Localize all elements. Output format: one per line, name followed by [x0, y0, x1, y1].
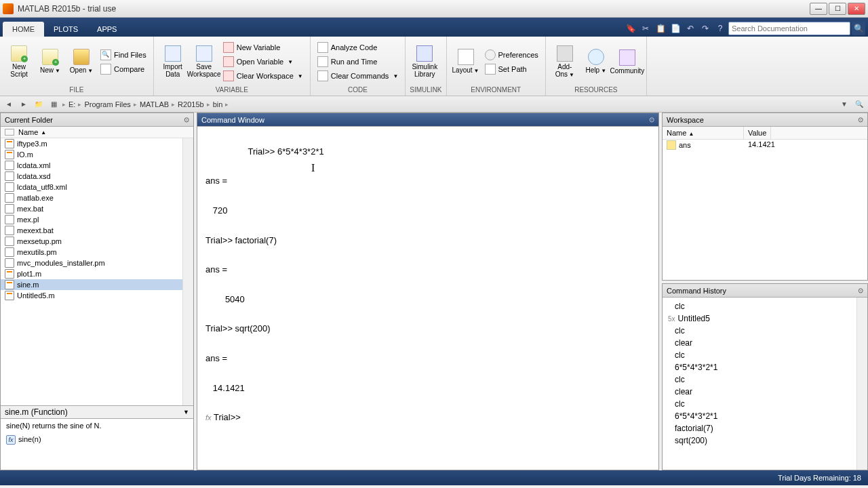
path-seg-3[interactable]: R2015b	[178, 100, 204, 108]
find-files-button[interactable]: Find Files	[98, 48, 149, 62]
analyze-code-button[interactable]: Analyze Code	[315, 41, 401, 54]
path-search-icon[interactable]: 🔍	[853, 98, 865, 110]
forward-button[interactable]: ►	[18, 98, 30, 110]
history-item[interactable]: clc	[668, 300, 851, 312]
run-time-icon	[317, 56, 328, 67]
history-item[interactable]: sqrt(200)	[668, 434, 851, 447]
addons-button[interactable]: Add-Ons▼	[550, 44, 580, 80]
clear-ws-icon	[223, 70, 234, 81]
folder-item[interactable]: mvc_modules_installer.pm	[1, 258, 182, 268]
save-workspace-button[interactable]: Save Workspace	[189, 44, 219, 79]
path-seg-4[interactable]: bin	[213, 100, 223, 108]
file-name: mexutils.pm	[17, 248, 57, 256]
trial-status: Trial Days Remaining: 18	[778, 474, 861, 482]
folder-item[interactable]: mex.bat	[1, 203, 182, 214]
up-folder-button[interactable]: 📁	[33, 98, 45, 110]
community-button[interactable]: Community	[612, 48, 642, 76]
history-item[interactable]: clear	[668, 337, 851, 349]
folder-item[interactable]: mexutils.pm	[1, 247, 182, 258]
tab-apps[interactable]: APPS	[87, 22, 126, 37]
history-item[interactable]: 6*5*4*3*2*1	[668, 361, 851, 373]
clear-commands-button[interactable]: Clear Commands▼	[315, 69, 401, 83]
history-item[interactable]: clc	[668, 398, 851, 410]
folder-item[interactable]: lcdata.xsd	[1, 171, 182, 182]
folder-item[interactable]: matlab.exe	[1, 192, 182, 203]
simulink-library-button[interactable]: Simulink Library	[410, 44, 439, 79]
open-var-icon	[223, 56, 234, 67]
folder-column-header[interactable]: Name ▲	[1, 127, 193, 138]
set-path-button[interactable]: Set Path	[482, 62, 541, 76]
file-name: Untitled5.m	[17, 291, 55, 300]
details-signature: fxsine(n)	[6, 435, 188, 445]
file-icon	[5, 193, 14, 203]
folder-item[interactable]: lcdata_utf8.xml	[1, 182, 182, 192]
help-ribbon-icon	[588, 49, 604, 65]
search-submit-icon[interactable]: 🔍	[852, 22, 865, 35]
close-button[interactable]: ✕	[848, 3, 865, 15]
folder-item[interactable]: iftype3.m	[1, 138, 182, 149]
back-button[interactable]: ◄	[3, 98, 15, 110]
help-button[interactable]: Help▼	[581, 47, 611, 76]
undo-icon[interactable]: ↶	[684, 22, 697, 35]
panel-menu-icon[interactable]: ⊙	[649, 116, 654, 123]
history-item[interactable]: clear	[668, 386, 851, 398]
cut-icon[interactable]: ✂	[639, 22, 652, 35]
folder-item[interactable]: mexsetup.pm	[1, 236, 182, 247]
open-button[interactable]: Open▼	[66, 47, 96, 76]
path-seg-1[interactable]: Program Files	[84, 100, 130, 108]
folder-item[interactable]: Untitled5.m	[1, 290, 182, 301]
workspace-row[interactable]: ans14.1421	[663, 140, 867, 150]
new-button[interactable]: New▼	[35, 47, 65, 76]
search-input[interactable]	[728, 22, 850, 35]
folder-item[interactable]: mex.pl	[1, 214, 182, 225]
current-folder-panel: Current Folder ⊙ Name ▲ iftype3.mIO.mlcd…	[0, 113, 194, 470]
tab-plots[interactable]: PLOTS	[44, 22, 87, 37]
history-item[interactable]: 5xUntitled5	[668, 312, 851, 325]
variable-value: 14.1421	[744, 140, 775, 150]
history-item[interactable]: factorial(7)	[668, 422, 851, 434]
help-icon[interactable]: ?	[713, 22, 727, 35]
shortcut-icon[interactable]: 🔖	[624, 22, 637, 35]
folder-item[interactable]: mexext.bat	[1, 225, 182, 236]
history-item[interactable]: clc	[668, 325, 851, 337]
history-item[interactable]: clc	[668, 373, 851, 386]
path-seg-2[interactable]: MATLAB	[140, 100, 169, 108]
new-script-button[interactable]: New Script	[4, 44, 34, 79]
browse-button[interactable]: ▦	[47, 98, 60, 110]
panel-menu-icon[interactable]: ⊙	[858, 116, 863, 123]
file-name: mex.bat	[17, 205, 43, 213]
run-and-time-button[interactable]: Run and Time	[315, 55, 401, 68]
file-name: lcdata.xsd	[17, 172, 51, 180]
folder-item[interactable]: plot1.m	[1, 268, 182, 279]
layout-button[interactable]: Layout▼	[451, 47, 481, 76]
panel-menu-icon[interactable]: ⊙	[184, 116, 189, 123]
compare-button[interactable]: Compare	[98, 62, 149, 76]
file-name: mvc_modules_installer.pm	[17, 259, 105, 267]
command-window-body[interactable]: ITrial>> 6*5*4*3*2*1 ans = 720 Trial>> f…	[197, 127, 658, 470]
redo-icon[interactable]: ↷	[698, 22, 712, 35]
clear-workspace-button[interactable]: Clear Workspace▼	[220, 69, 306, 83]
path-drive[interactable]: E:	[68, 100, 75, 108]
path-dropdown-button[interactable]: ▼	[838, 98, 850, 110]
folder-scrollbar[interactable]	[182, 138, 193, 405]
workspace-columns[interactable]: Name ▲ Value	[663, 127, 867, 140]
preferences-icon	[485, 49, 496, 60]
import-data-button[interactable]: Import Data	[158, 44, 188, 79]
history-scrollbar[interactable]	[856, 298, 867, 470]
details-header[interactable]: sine.m (Function) ▼	[1, 405, 193, 418]
tab-home[interactable]: HOME	[3, 22, 44, 37]
command-history-header: Command History ⊙	[663, 284, 867, 298]
copy-icon[interactable]: 📋	[654, 22, 667, 35]
folder-item[interactable]: IO.m	[1, 149, 182, 160]
folder-item[interactable]: sine.m	[1, 279, 182, 290]
minimize-button[interactable]: —	[810, 3, 827, 15]
history-item[interactable]: clc	[668, 349, 851, 361]
panel-menu-icon[interactable]: ⊙	[858, 287, 863, 294]
paste-icon[interactable]: 📄	[669, 22, 682, 35]
history-item[interactable]: 6*5*4*3*2*1	[668, 410, 851, 422]
maximize-button[interactable]: ☐	[829, 3, 846, 15]
new-variable-button[interactable]: New Variable	[220, 41, 306, 54]
open-variable-button[interactable]: Open Variable▼	[220, 55, 306, 68]
preferences-button[interactable]: Preferences	[482, 48, 541, 62]
folder-item[interactable]: lcdata.xml	[1, 160, 182, 171]
